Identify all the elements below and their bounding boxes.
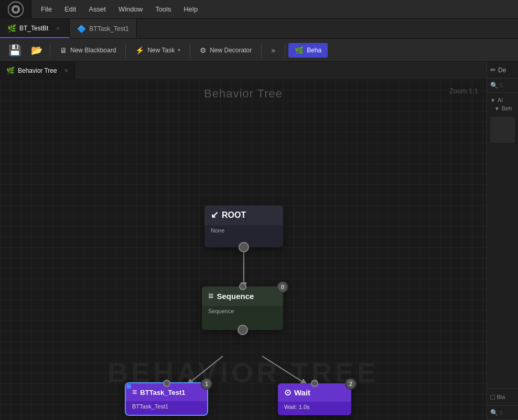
root-node-label: ROOT [222,211,246,220]
sequence-node-connector-top [239,283,246,290]
sequence-node[interactable]: 0 ≡ Sequence Sequence [202,286,283,330]
details-edit-icon: ✏ [490,66,496,74]
tab-bt-testbt-icon: 🌿 [7,24,16,32]
new-task-icon: ⚡ [135,46,144,54]
toolbar-sep-3 [190,43,190,58]
details-tree-beh-arrow: ▼ [494,106,500,112]
svg-line-5 [262,356,305,383]
tab-bttask-label: BTTask_Test1 [89,25,128,32]
details-panel-bottom: □ Bla [487,388,518,405]
graph-canvas[interactable]: Behavior Tree Zoom 1:1 ↗ [0,80,487,420]
menu-window[interactable]: Window [113,3,148,15]
menu-edit[interactable]: Edit [59,3,81,15]
tab-bttask-test1[interactable]: 🔷 BTTask_Test1 [70,19,136,38]
task-node-body: BTTask_Test1 [126,401,207,415]
details-tree-ai-label: AI [498,97,503,103]
tab-bt-testbt-label: BT_TestBt [19,25,48,32]
behavior-label: Beha [307,47,321,54]
blackboard-search-icon: 🔍 [490,409,498,416]
menu-asset[interactable]: Asset [83,3,111,15]
new-task-arrow: ▾ [178,47,180,53]
new-blackboard-icon: 🖥 [60,46,67,54]
menu-bar: File Edit Asset Window Tools Help [0,0,518,19]
details-tree-ai[interactable]: ▼ AI [490,96,515,104]
details-search-placeholder: S [499,82,503,89]
tab-bt-testbt[interactable]: 🌿 BT_TestBt × [0,19,70,38]
panel-tab-bt-label: Behavior Tree [18,67,57,74]
root-node-sub: None [211,227,224,234]
app-logo [0,0,31,19]
toolbar-sep-2 [125,43,126,58]
behavior-button[interactable]: 🌿 Beha [288,43,328,58]
menu-file[interactable]: File [36,3,57,15]
details-label: De [498,67,506,74]
new-task-button[interactable]: ⚡ New Task ▾ [129,43,187,58]
details-tree-ai-arrow: ▼ [490,97,495,103]
behavior-icon: 🌿 [295,46,304,54]
tab-bar: 🌿 BT_TestBt × 🔷 BTTask_Test1 [0,19,518,39]
task-node-icon: ≡ [132,388,137,397]
task-node-connector-top [163,380,170,387]
wait-node-sub: Wait: 1.0s [284,404,310,410]
save-icon: 💾 [8,44,21,57]
new-blackboard-button[interactable]: 🖥 New Blackboard [53,43,122,58]
details-header: ✏ De [487,62,518,79]
sequence-node-label: Sequence [217,292,254,301]
sequence-node-icon: ≡ [208,291,214,302]
toolbar-sep-1 [50,43,50,58]
save-button[interactable]: 💾 [4,42,26,59]
menu-tools[interactable]: Tools [150,3,176,15]
wait-node-label: Wait [294,388,310,397]
graph-zoom: Zoom 1:1 [449,87,478,95]
details-tree-beh[interactable]: ▼ Beh [490,104,515,113]
sequence-node-connector-bottom [238,325,248,335]
task-node-label: BTTask_Test1 [140,389,185,396]
details-search-icon: 🔍 [490,82,498,89]
root-node[interactable]: ↗ ROOT None [204,205,283,247]
task-node-sub: BTTask_Test1 [132,403,168,410]
wait-node[interactable]: 2 ⊙ Wait Wait: 1.0s [278,383,351,415]
new-decorator-icon: ⚙ [200,46,207,54]
root-node-connector-bottom [239,242,249,252]
panel-layout: 🌿 Behavior Tree × Behavior Tree Zoom 1:1 [0,62,518,420]
tab-bttask-icon: 🔷 [77,25,86,33]
panel-tab-bt-icon: 🌿 [6,67,15,74]
toolbar-sep-4 [261,43,262,58]
new-decorator-button[interactable]: ⚙ New Decorator [193,43,258,58]
panel-tab-behavior-tree[interactable]: 🌿 Behavior Tree × [0,62,75,79]
browse-button[interactable]: 📂 [27,42,47,58]
new-decorator-label: New Decorator [210,47,252,54]
left-panel: 🌿 Behavior Tree × Behavior Tree Zoom 1:1 [0,62,487,420]
toolbar-sep-5 [285,43,285,58]
graph-title: Behavior Tree [0,87,487,101]
browse-icon: 📂 [31,45,42,56]
blackboard-icon: □ [490,393,494,401]
more-button[interactable]: » [265,42,282,59]
wait-node-connector-top [311,380,318,387]
task-node-indicator [127,384,131,389]
panel-tab-bt-close[interactable]: × [64,67,69,74]
panel-tab-strip: 🌿 Behavior Tree × [0,62,487,80]
menu-help[interactable]: Help [178,3,203,15]
svg-point-2 [14,7,18,12]
details-panel: ✏ De 🔍 S ▼ AI ▼ Beh □ Bla 🔍 S [487,62,518,420]
task-node-badge: 1 [201,378,212,390]
sequence-node-sub: Sequence [208,308,234,314]
details-search[interactable]: 🔍 S [487,79,518,93]
new-task-label: New Task [147,47,175,54]
blackboard-search-placeholder: S [499,410,503,416]
root-node-icon: ↗ [211,209,219,221]
blackboard-search[interactable]: 🔍 S [487,405,518,420]
wait-node-body: Wait: 1.0s [278,402,351,415]
blackboard-label: Bla [497,394,505,400]
tab-bt-testbt-close[interactable]: × [53,24,62,32]
details-tree-section: ▼ AI ▼ Beh [487,93,518,146]
wait-node-icon: ⊙ [284,388,291,397]
details-tree-beh-label: Beh [502,105,512,112]
task-node[interactable]: 1 ≡ BTTask_Test1 BTTask_Test1 [126,383,207,415]
sequence-node-badge: 0 [277,281,288,293]
menu-items: File Edit Asset Window Tools Help [31,3,207,15]
toolbar: 💾 📂 🖥 New Blackboard ⚡ New Task ▾ ⚙ New … [0,39,518,62]
wait-node-badge: 2 [345,378,357,390]
details-node-preview [490,117,515,143]
